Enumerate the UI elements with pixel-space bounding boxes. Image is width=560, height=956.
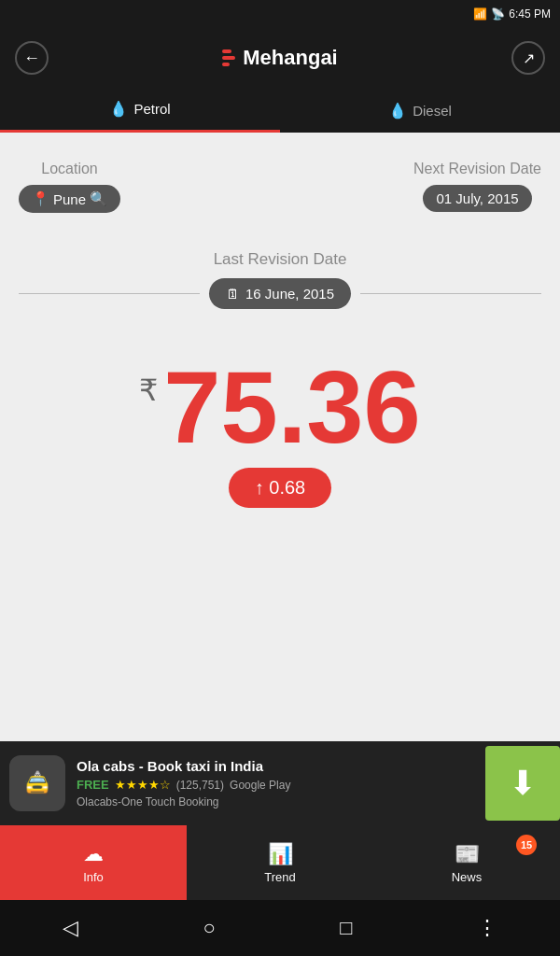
ad-subtitle: Olacabs-One Touch Booking xyxy=(77,795,551,808)
change-arrow-icon: ↑ xyxy=(255,477,270,498)
signal-icon: 📶 xyxy=(473,7,487,21)
back-button[interactable]: ← xyxy=(15,41,49,75)
nav-recent-button[interactable]: □ xyxy=(340,916,352,940)
time-display: 6:45 PM xyxy=(509,7,551,21)
bottom-tab-bar: ☁ Info 📊 Trend 📰 News 15 xyxy=(0,825,560,900)
trend-tab-label: Trend xyxy=(264,870,295,884)
nav-back-button[interactable]: ◁ xyxy=(63,916,78,940)
app-header: ← Mehangai ↗ xyxy=(0,28,560,88)
ad-free-label: FREE xyxy=(77,778,109,792)
price-section: ₹ 75.36 xyxy=(139,356,420,458)
pin-icon: 📍 xyxy=(32,190,49,207)
bar-icon xyxy=(222,63,230,66)
ad-reviews: (125,751) xyxy=(176,779,224,792)
bottom-tab-info[interactable]: ☁ Info xyxy=(0,825,187,900)
location-label: Location xyxy=(41,161,98,177)
info-tab-label: Info xyxy=(83,870,104,884)
download-icon: ⬇ xyxy=(509,764,537,803)
taxi-icon: 🚖 xyxy=(23,770,51,796)
share-button[interactable]: ↗ xyxy=(511,41,545,75)
android-nav-bar: ◁ ○ □ ⋮ xyxy=(0,900,560,956)
last-revision-label: Last Revision Date xyxy=(214,250,347,269)
ad-text: Ola cabs - Book taxi in India FREE ★★★★☆… xyxy=(77,758,551,808)
ad-store: Google Play xyxy=(230,779,290,792)
last-revision-pill: 🗓 16 June, 2015 xyxy=(209,278,351,309)
logo-bars-icon xyxy=(222,49,235,66)
main-content: Location 📍 Pune 🔍 Next Revision Date 01 … xyxy=(0,133,560,741)
fuel-tab-bar: 💧 Petrol 💧 Diesel xyxy=(0,88,560,133)
petrol-drop-icon: 💧 xyxy=(109,100,128,118)
ad-free-row: FREE ★★★★☆ (125,751) Google Play xyxy=(77,778,551,792)
bottom-tab-trend[interactable]: 📊 Trend xyxy=(187,825,373,900)
ad-title: Ola cabs - Book taxi in India xyxy=(77,758,551,774)
tab-diesel[interactable]: 💧 Diesel xyxy=(280,88,560,133)
trend-icon: 📊 xyxy=(268,842,293,866)
right-divider xyxy=(360,293,541,294)
price-value: 75.36 xyxy=(163,356,420,458)
diesel-drop-icon: 💧 xyxy=(388,102,407,120)
divider-row: 🗓 16 June, 2015 xyxy=(19,278,541,309)
ad-download-button[interactable]: ⬇ xyxy=(485,746,560,821)
share-icon: ↗ xyxy=(523,49,535,67)
tab-petrol-label: Petrol xyxy=(133,101,170,117)
next-revision-value: 01 July, 2015 xyxy=(436,190,518,206)
bar-icon xyxy=(222,56,235,60)
left-divider xyxy=(19,293,200,294)
status-icons: 📶 📡 6:45 PM xyxy=(473,7,551,21)
app-title: Mehangai xyxy=(222,46,337,70)
ad-stars: ★★★★☆ xyxy=(115,778,171,792)
last-revision-section: Last Revision Date 🗓 16 June, 2015 xyxy=(19,250,541,309)
price-change-badge: ↑ 0.68 xyxy=(229,468,332,508)
last-revision-value: 16 June, 2015 xyxy=(245,286,334,302)
location-value: Pune xyxy=(53,191,86,207)
location-section: Location 📍 Pune 🔍 xyxy=(19,161,120,213)
tab-petrol[interactable]: 💧 Petrol xyxy=(0,88,280,133)
bottom-tab-news[interactable]: 📰 News 15 xyxy=(373,825,560,900)
nav-home-button[interactable]: ○ xyxy=(203,916,215,940)
status-bar: 📶 📡 6:45 PM xyxy=(0,0,560,28)
next-revision-section: Next Revision Date 01 July, 2015 xyxy=(413,161,541,213)
ad-section[interactable]: 🚖 Ola cabs - Book taxi in India FREE ★★★… xyxy=(0,741,560,825)
nav-menu-button[interactable]: ⋮ xyxy=(477,916,497,940)
news-icon: 📰 xyxy=(455,842,480,866)
search-icon: 🔍 xyxy=(90,190,107,207)
next-revision-label: Next Revision Date xyxy=(413,161,541,177)
info-row: Location 📍 Pune 🔍 Next Revision Date 01 … xyxy=(19,161,541,213)
ad-app-icon: 🚖 xyxy=(9,755,65,811)
tab-diesel-label: Diesel xyxy=(413,103,452,119)
info-icon: ☁ xyxy=(83,842,104,866)
currency-symbol: ₹ xyxy=(139,373,158,408)
next-revision-pill: 01 July, 2015 xyxy=(423,185,531,212)
app-name: Mehangai xyxy=(243,46,337,70)
location-pill[interactable]: 📍 Pune 🔍 xyxy=(19,185,120,213)
price-change-value: 0.68 xyxy=(269,477,305,498)
news-tab-label: News xyxy=(452,870,483,884)
wifi-icon: 📡 xyxy=(491,7,505,21)
calendar-icon: 🗓 xyxy=(226,286,240,302)
news-badge: 15 xyxy=(516,835,537,855)
bar-icon xyxy=(222,49,231,53)
